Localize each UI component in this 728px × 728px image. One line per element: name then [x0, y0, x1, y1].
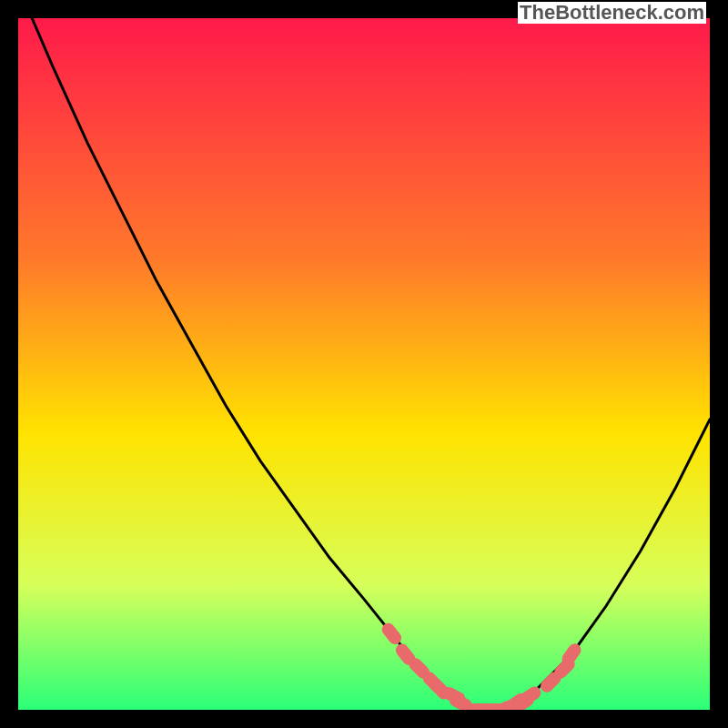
chart-frame — [18, 18, 710, 710]
watermark-text: TheBottleneck.com — [518, 2, 706, 24]
chart-svg — [18, 18, 710, 710]
